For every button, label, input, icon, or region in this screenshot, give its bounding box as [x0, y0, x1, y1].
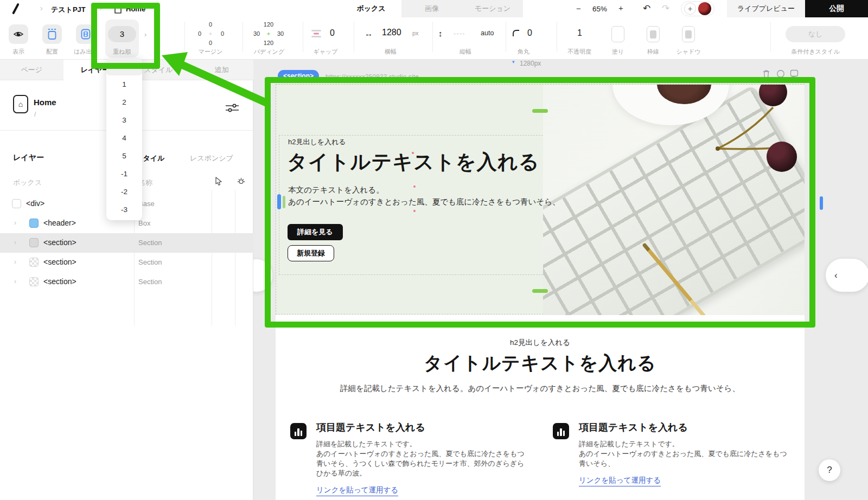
zindex-option--2[interactable]: -2 — [106, 183, 142, 201]
layer-row[interactable]: ›<section>Section — [0, 253, 253, 272]
padding-handle-left[interactable] — [283, 196, 285, 208]
feature-link[interactable]: リンクを貼って運用する — [579, 476, 661, 486]
layer-style-name[interactable]: Section — [138, 278, 162, 286]
sidebar-tab-ページ[interactable]: ページ — [0, 60, 63, 80]
feature-body[interactable]: 詳細を記載したテキストです。 あのイーハトーヴォのすきとおった風、夏でも底に冷た… — [316, 439, 529, 478]
avatar[interactable] — [698, 2, 711, 15]
element-type-label: ボックス — [13, 178, 42, 188]
resize-handle-left[interactable] — [277, 194, 281, 209]
zindex-value[interactable]: 3 — [108, 26, 136, 42]
feature-heading[interactable]: 項目題テキストを入れる — [316, 421, 527, 434]
hero-body-text[interactable]: 本文のテキストを入れる。 あのイーハトーヴォのすきとおった風、夏でも底に冷たさを… — [288, 184, 560, 208]
live-preview-button[interactable]: ライブプレビュー — [727, 0, 805, 17]
width-value[interactable]: 1280 — [382, 28, 401, 37]
zindex-option--1[interactable]: -1 — [106, 165, 142, 183]
tab-画像[interactable]: 画像 — [401, 0, 462, 17]
comment-icon[interactable] — [790, 69, 799, 78]
selected-element-badge[interactable]: <section> — [278, 70, 319, 82]
feature-column[interactable]: 項目題テキストを入れる詳細を記載したテキストです。 あのイーハトーヴォのすきとお… — [290, 421, 527, 496]
expand-chevron-icon[interactable]: › — [14, 239, 16, 246]
layer-thumb-icon[interactable] — [29, 277, 39, 286]
opacity-value[interactable]: 1 — [577, 28, 582, 38]
zindex-option-0[interactable]: 0 — [106, 57, 142, 75]
studio-logo-icon[interactable] — [12, 3, 19, 14]
zindex-option-1[interactable]: 1 — [106, 75, 142, 93]
expand-chevron-icon[interactable]: › — [14, 278, 16, 285]
cursor-icon[interactable] — [215, 177, 223, 185]
add-member-button[interactable]: + — [684, 3, 696, 15]
layer-tag: <section> — [43, 238, 76, 247]
show-button[interactable] — [9, 24, 28, 44]
breadcrumb-page[interactable]: Home — [126, 5, 145, 13]
padding-bottom-value[interactable]: 120 — [259, 40, 278, 46]
margin-bottom-value[interactable]: 0 — [201, 40, 220, 46]
sun-icon[interactable] — [237, 177, 246, 185]
zindex-option-5[interactable]: 5 — [106, 147, 142, 165]
zindex-option-4[interactable]: 4 — [106, 129, 142, 147]
layer-thumb-icon[interactable] — [29, 238, 39, 247]
hero-secondary-button[interactable]: 新規登録 — [288, 245, 334, 261]
tab-responsive[interactable]: レスポンシブ — [190, 153, 233, 163]
layer-style-name[interactable]: Section — [138, 239, 162, 247]
feature-link[interactable]: リンクを貼って運用する — [316, 485, 398, 496]
expand-chevron-icon[interactable]: › — [14, 258, 16, 266]
layer-thumb-icon[interactable] — [29, 258, 39, 267]
zindex-option-3[interactable]: 3 — [106, 111, 142, 129]
layer-row[interactable]: ›<section>Section — [0, 233, 253, 253]
breadcrumb-project[interactable]: テストPJT — [51, 5, 86, 15]
hero-primary-button[interactable]: 詳細を見る — [288, 224, 343, 240]
hero-photo[interactable] — [543, 85, 805, 315]
publish-button[interactable]: 公開 — [805, 0, 868, 17]
hero-eyebrow-text[interactable]: h2見出しを入れる — [288, 137, 346, 147]
padding-top-value[interactable]: 120 — [259, 21, 278, 28]
shadow-swatch[interactable] — [682, 26, 695, 42]
trash-icon[interactable] — [762, 69, 770, 78]
zoom-out-button[interactable]: − — [576, 4, 581, 13]
right-panel-collapse[interactable]: ‹ — [826, 259, 868, 292]
zoom-in-button[interactable]: + — [618, 3, 623, 12]
duplicate-icon[interactable] — [776, 69, 785, 78]
tab-モーション[interactable]: モーション — [462, 0, 523, 17]
undo-button[interactable]: ↶ — [643, 3, 650, 14]
width-unit[interactable]: px — [412, 30, 419, 36]
tab-ボックス[interactable]: ボックス — [341, 0, 401, 17]
conditional-style-value[interactable]: なし — [786, 26, 845, 42]
site-url[interactable]: https://xxxxxx250922.studio.site — [326, 73, 419, 80]
layer-style-name[interactable]: Section — [138, 258, 162, 266]
radius-value[interactable]: 0 — [527, 28, 532, 38]
layer-thumb-icon[interactable] — [29, 219, 39, 228]
feature-heading[interactable]: 項目題テキストを入れる — [579, 421, 789, 434]
margin-top-value[interactable]: 0 — [201, 21, 220, 28]
feature-column[interactable]: 項目題テキストを入れる詳細を記載したテキストです。 あのイーハトーヴォのすきとお… — [553, 421, 789, 486]
canvas-width-badge[interactable]: 1280px — [520, 60, 541, 67]
section2-title-text[interactable]: タイトルテキストを入れる — [276, 351, 805, 376]
zindex-option-2[interactable]: 2 — [106, 93, 142, 111]
breadcrumb-chevron-icon: › — [40, 4, 43, 12]
zoom-level[interactable]: 65% — [592, 5, 607, 13]
add-element-handle[interactable] — [532, 289, 548, 293]
resize-handle-right[interactable] — [820, 196, 823, 210]
arrange-button[interactable] — [42, 24, 62, 44]
fill-swatch[interactable] — [611, 26, 624, 42]
sidebar-tab-追加[interactable]: 追加 — [190, 60, 253, 80]
page-settings-icon[interactable] — [226, 103, 239, 113]
page-name[interactable]: Home — [34, 98, 56, 107]
design-canvas-page[interactable]: h2見出しを入れる タイトルテキストを入れる 本文のテキストを入れる。 あのイー… — [276, 84, 805, 500]
hero-section[interactable]: h2見出しを入れる タイトルテキストを入れる 本文のテキストを入れる。 あのイー… — [276, 84, 805, 315]
section2-lead-text[interactable]: 詳細を記載したテキストを入れる。あのイーハトーヴォのすきとおった風、夏でも底に冷… — [276, 383, 805, 394]
feature-body[interactable]: 詳細を記載したテキストです。 あのイーハトーヴォのすきとおった風、夏でも底に冷た… — [579, 439, 792, 469]
zindex-option--3[interactable]: -3 — [106, 201, 142, 219]
border-swatch[interactable] — [647, 26, 660, 42]
zindex-expand-chevron-icon[interactable]: › — [144, 30, 146, 39]
gap-value[interactable]: 0 — [330, 28, 335, 38]
add-element-handle[interactable] — [532, 109, 548, 113]
layer-row[interactable]: ›<section>Section — [0, 272, 253, 292]
height-value[interactable]: auto — [481, 29, 494, 37]
overflow-button[interactable] — [76, 24, 95, 44]
help-button[interactable]: ? — [819, 459, 840, 481]
section2-eyebrow-text[interactable]: h2見出しを入れる — [276, 338, 805, 348]
redo-button[interactable]: ↷ — [662, 3, 669, 14]
expand-chevron-icon[interactable]: › — [14, 219, 16, 227]
layer-checkbox[interactable] — [12, 199, 21, 208]
layer-style-name[interactable]: Box — [138, 219, 150, 227]
